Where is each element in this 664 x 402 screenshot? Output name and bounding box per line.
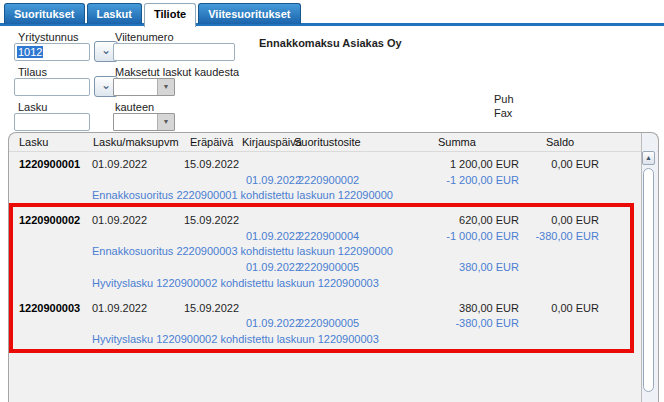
combo-arrow-icon: ▼ xyxy=(157,79,174,95)
table-line-note[interactable]: Hyvityslasku 1220900002 kohdistettu lask… xyxy=(9,333,641,349)
puh-label: Puh xyxy=(494,93,514,105)
column-header-kirjauspaiva[interactable]: Kirjauspäivä xyxy=(242,136,302,148)
scrollbar-track[interactable] xyxy=(643,168,654,392)
table-line-note[interactable]: Hyvityslasku 1220900002 kohdistettu lask… xyxy=(9,277,641,293)
tilaus-label: Tilaus xyxy=(18,66,47,78)
arrow-up-icon: ▲ xyxy=(645,154,652,161)
tab-laskut[interactable]: Laskut xyxy=(87,3,142,24)
customer-name: Ennakkomaksu Asiakas Oy xyxy=(259,37,402,49)
column-header-saldo[interactable]: Saldo xyxy=(546,136,574,148)
posting-date: 01.09.2022 xyxy=(246,261,301,273)
balance: 0,00 EUR xyxy=(449,158,599,170)
chevron-down-icon: ⌄ xyxy=(101,78,111,92)
due-date: 15.09.2022 xyxy=(184,214,239,226)
table-header-row: Lasku Lasku/maksupvm Eräpäivä Kirjauspäi… xyxy=(9,133,658,152)
posting-date: 01.09.2022 xyxy=(246,230,301,242)
chevron-down-icon: ⌄ xyxy=(101,43,111,57)
vertical-scrollbar[interactable]: ▲ xyxy=(642,134,657,402)
posting-date: 01.09.2022 xyxy=(246,174,301,186)
due-date: 15.09.2022 xyxy=(184,158,239,170)
column-header-suoritustosite[interactable]: Suoritustosite xyxy=(294,136,361,148)
invoice-number: 1220900003 xyxy=(19,302,80,314)
voucher-number: 2220900004 xyxy=(298,230,359,242)
column-header-lasku-maksupvm[interactable]: Lasku/maksupvm xyxy=(93,136,179,148)
kauteen-select[interactable]: ▼ xyxy=(113,113,175,131)
table-line-payment[interactable]: 01.09.20222220900002-1 200,00 EUR xyxy=(9,174,641,190)
tab-bar: Suoritukset Laskut Tiliote Viitesuorituk… xyxy=(4,3,301,27)
table-line-payment[interactable]: 01.09.20222220900005380,00 EUR xyxy=(9,261,641,277)
invoice-date: 01.09.2022 xyxy=(92,158,147,170)
due-date: 15.09.2022 xyxy=(184,302,239,314)
table-line-invoice[interactable]: 122090000301.09.202215.09.2022380,00 EUR… xyxy=(9,302,641,318)
viitenumero-label: Viitenumero xyxy=(115,31,174,43)
kauteen-label: kauteen xyxy=(115,101,154,113)
balance: 0,00 EUR xyxy=(449,302,599,314)
tab-tiliote[interactable]: Tiliote xyxy=(144,3,196,27)
voucher-number: 2220900005 xyxy=(298,261,359,273)
yritystunnus-label: Yritystunnus xyxy=(18,31,79,43)
invoice-date: 01.09.2022 xyxy=(92,214,147,226)
table-line-note[interactable]: Ennakkosuoritus 2220900001 kohdistettu l… xyxy=(9,189,641,205)
allocation-note: Ennakkosuoritus 2220900001 kohdistettu l… xyxy=(92,189,393,201)
statement-table: Lasku Lasku/maksupvm Eräpäivä Kirjauspäi… xyxy=(8,132,659,402)
tab-viitesuoritukset[interactable]: Viitesuoritukset xyxy=(198,3,300,24)
viitenumero-input[interactable] xyxy=(113,43,235,61)
table-line-payment[interactable]: 01.09.20222220900005-380,00 EUR xyxy=(9,317,641,333)
voucher-number: 2220900005 xyxy=(298,317,359,329)
amount: -380,00 EUR xyxy=(369,317,519,329)
balance: 0,00 EUR xyxy=(449,214,599,226)
posting-date: 01.09.2022 xyxy=(246,317,301,329)
maksetut-laskut-kaudesta-select[interactable]: ▼ xyxy=(113,78,175,96)
allocation-note: Hyvityslasku 1220900002 kohdistettu lask… xyxy=(92,277,379,289)
column-header-summa[interactable]: Summa xyxy=(438,136,476,148)
amount: 380,00 EUR xyxy=(369,261,519,273)
lasku-label: Lasku xyxy=(18,101,47,113)
tilaus-input[interactable] xyxy=(14,78,90,96)
column-header-lasku[interactable]: Lasku xyxy=(19,136,48,148)
scroll-up-button[interactable]: ▲ xyxy=(642,151,655,165)
allocation-note: Ennakkosuoritus 2220900003 kohdistettu l… xyxy=(92,245,393,257)
invoice-number: 1220900002 xyxy=(19,214,80,226)
column-header-erapaiva[interactable]: Eräpäivä xyxy=(190,136,233,148)
table-line-invoice[interactable]: 122090000201.09.202215.09.2022620,00 EUR… xyxy=(9,214,641,230)
tab-suoritukset[interactable]: Suoritukset xyxy=(4,3,85,24)
table-lines: 122090000101.09.202215.09.20221 200,00 E… xyxy=(9,153,641,349)
combo-arrow-icon: ▼ xyxy=(157,114,174,130)
yritystunnus-input[interactable]: 1012 xyxy=(14,43,90,61)
balance: -380,00 EUR xyxy=(449,230,599,242)
invoice-number: 1220900001 xyxy=(19,158,80,170)
table-line-invoice[interactable]: 122090000101.09.202215.09.20221 200,00 E… xyxy=(9,158,641,174)
table-line-payment[interactable]: 01.09.20222220900004-1 000,00 EUR-380,00… xyxy=(9,230,641,246)
lasku-input[interactable] xyxy=(14,113,90,131)
allocation-note: Hyvityslasku 1220900002 kohdistettu lask… xyxy=(92,333,379,345)
yritystunnus-value: 1012 xyxy=(17,46,43,58)
table-line-note[interactable]: Ennakkosuoritus 2220900003 kohdistettu l… xyxy=(9,245,641,261)
invoice-date: 01.09.2022 xyxy=(92,302,147,314)
amount: -1 200,00 EUR xyxy=(369,174,519,186)
fax-label: Fax xyxy=(494,107,512,119)
maksetut-laskut-kaudesta-label: Maksetut laskut kaudesta xyxy=(115,66,239,78)
voucher-number: 2220900002 xyxy=(298,174,359,186)
